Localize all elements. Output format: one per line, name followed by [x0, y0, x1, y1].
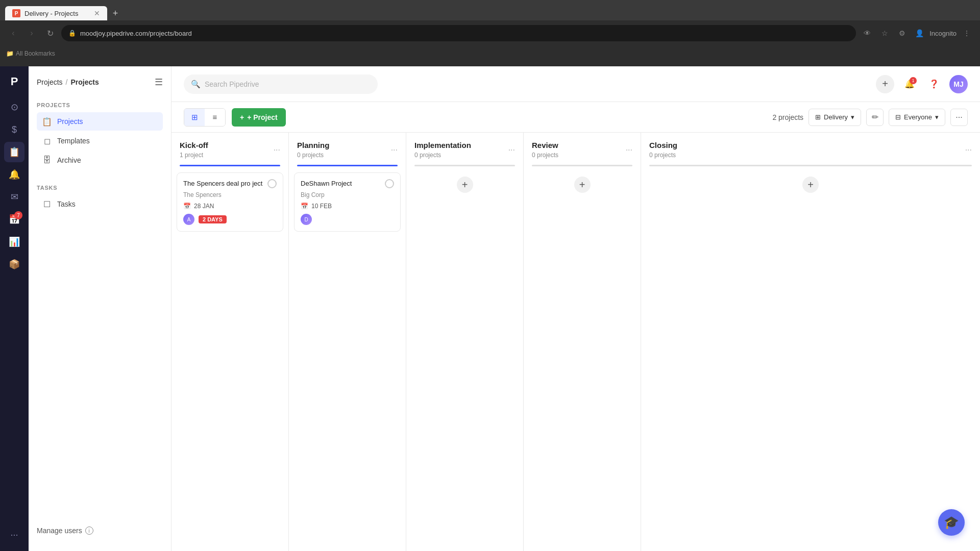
sidebar-icon-inbox[interactable]: ✉ — [4, 187, 24, 207]
kickoff-header: Kick-off 1 project ··· — [172, 133, 288, 165]
active-tab[interactable]: P Delivery - Projects ✕ — [5, 6, 107, 20]
search-box[interactable]: 🔍 Search Pipedrive — [184, 74, 378, 94]
more-options-button[interactable]: ··· — [950, 109, 968, 126]
left-panel: Projects / Projects ☰ PROJECTS 📋 Project… — [29, 66, 172, 551]
everyone-filter-chevron: ▾ — [935, 113, 939, 121]
review-title-area: Review 0 projects — [532, 141, 558, 159]
tab-close-button[interactable]: ✕ — [94, 9, 100, 17]
profile-button[interactable]: 👤 — [912, 26, 926, 40]
delivery-filter-chevron: ▾ — [851, 113, 854, 121]
bookmarks-text: All Bookmarks — [16, 50, 55, 57]
add-button[interactable]: + — [876, 75, 894, 93]
browser-toolbar: ‹ › ↻ 🔒 moodjoy.pipedrive.com/projects/b… — [0, 20, 980, 46]
nav-item-templates[interactable]: ◻ Templates — [37, 132, 163, 150]
planning-divider — [297, 165, 398, 166]
address-bar[interactable]: 🔒 moodjoy.pipedrive.com/projects/board — [61, 25, 856, 41]
sidebar-icon-reports[interactable]: 📊 — [4, 232, 24, 252]
bookmark-button[interactable]: ☆ — [877, 26, 892, 40]
home-icon: ⊙ — [11, 102, 18, 113]
card-meta-deshawn: 📅 10 FEB D — [301, 203, 394, 225]
app-logo[interactable]: P — [5, 72, 23, 91]
notification-badge: 1 — [910, 77, 917, 84]
nav-item-projects[interactable]: 📋 Projects — [37, 112, 163, 131]
kanban-board: Kick-off 1 project ··· The Spencers deal… — [172, 133, 980, 551]
implementation-menu-button[interactable]: ··· — [508, 145, 515, 155]
everyone-filter-button[interactable]: ⊟ Everyone ▾ — [889, 109, 945, 126]
board-view-button[interactable]: ⊞ — [184, 109, 205, 126]
projects-nav-icon: 📋 — [42, 116, 52, 127]
incognito-label: Incognito — [929, 30, 957, 37]
new-tab-button[interactable]: + — [108, 6, 122, 20]
column-kickoff: Kick-off 1 project ··· The Spencers deal… — [172, 133, 289, 551]
column-planning: Planning 0 projects ··· DeShawn Project … — [289, 133, 406, 551]
card-title-spencers: The Spencers deal pro ject — [183, 179, 277, 188]
planning-count: 0 projects — [297, 152, 329, 159]
add-project-icon: + — [240, 113, 244, 121]
sidebar-icon-calendar[interactable]: 📅 7 — [4, 209, 24, 230]
add-implementation-card-button[interactable]: + — [457, 177, 473, 193]
sidebar-icon-home[interactable]: ⊙ — [4, 97, 24, 117]
nav-archive-label: Archive — [57, 156, 81, 164]
column-closing: Closing 0 projects ··· + — [641, 133, 980, 551]
planning-menu-button[interactable]: ··· — [391, 145, 398, 155]
edit-button[interactable]: ✏ — [866, 109, 884, 126]
chat-icon: 🎓 — [944, 515, 959, 530]
archive-nav-icon: 🗄 — [42, 155, 52, 165]
implementation-divider — [414, 165, 515, 166]
chat-button[interactable]: 🎓 — [938, 509, 965, 536]
back-button[interactable]: ‹ — [6, 26, 20, 40]
delivery-filter-label: Delivery — [824, 113, 848, 121]
closing-header: Closing 0 projects ··· — [641, 133, 980, 165]
card-meta-spencers: 📅 28 JAN A 2 DAYS — [183, 203, 277, 225]
implementation-count: 0 projects — [414, 152, 471, 159]
card-deshawn[interactable]: DeShawn Project Big Corp 📅 10 FEB D — [294, 172, 401, 232]
pipedrive-logo: P — [11, 75, 18, 88]
forward-button[interactable]: › — [24, 26, 39, 40]
sidebar-icon-deals[interactable]: $ — [4, 119, 24, 140]
review-menu-button[interactable]: ··· — [626, 145, 632, 155]
tasks-nav-icon: ☐ — [42, 199, 52, 209]
reload-button[interactable]: ↻ — [43, 26, 57, 40]
card-spencers[interactable]: The Spencers deal pro ject The Spencers … — [177, 172, 283, 232]
app-container: P ⊙ $ 📋 🔔 ✉ 📅 7 📊 📦 ··· — [0, 66, 980, 551]
card-check-spencers[interactable] — [267, 179, 277, 188]
sidebar-icon-projects[interactable]: 📋 — [4, 142, 24, 162]
card-check-deshawn[interactable] — [385, 179, 394, 188]
add-closing-card-button[interactable]: + — [802, 177, 819, 193]
sidebar-icons: P ⊙ $ 📋 🔔 ✉ 📅 7 📊 📦 ··· — [0, 66, 29, 551]
help-button[interactable]: ❓ — [925, 75, 943, 93]
closing-menu-button[interactable]: ··· — [965, 145, 972, 155]
sidebar-more-button[interactable]: ··· — [4, 524, 24, 545]
user-avatar[interactable]: MJ — [949, 75, 968, 93]
add-review-card-button[interactable]: + — [574, 177, 591, 193]
card-date-deshawn: 📅 10 FEB — [301, 203, 394, 210]
top-actions: + 🔔 1 ❓ MJ — [876, 75, 968, 93]
menu-button[interactable]: ⋮ — [960, 26, 974, 40]
main-content: 🔍 Search Pipedrive + 🔔 1 ❓ MJ ⊞ — [172, 66, 980, 551]
bookmarks-bar: 📁 All Bookmarks — [0, 46, 980, 61]
nav-templates-label: Templates — [57, 137, 90, 145]
add-project-button[interactable]: + + Project — [232, 108, 286, 127]
activities-icon: 🔔 — [9, 169, 20, 180]
extensions-button[interactable]: ⚙ — [895, 26, 909, 40]
sidebar-icon-products[interactable]: 📦 — [4, 254, 24, 274]
reader-view-button[interactable]: 👁 — [860, 26, 874, 40]
manage-users-button[interactable]: Manage users i — [37, 520, 163, 541]
list-view-button[interactable]: ≡ — [205, 109, 225, 126]
nav-item-archive[interactable]: 🗄 Archive — [37, 151, 163, 169]
calendar-date-icon: 📅 — [183, 203, 191, 210]
sidebar-icon-activities[interactable]: 🔔 — [4, 164, 24, 185]
menu-toggle-button[interactable]: ☰ — [155, 77, 163, 88]
everyone-filter-label: Everyone — [904, 113, 932, 121]
kickoff-menu-button[interactable]: ··· — [274, 145, 280, 155]
delivery-filter-button[interactable]: ⊞ Delivery ▾ — [808, 109, 861, 126]
column-implementation: Implementation 0 projects ··· + — [406, 133, 524, 551]
tab-favicon: P — [12, 9, 20, 17]
closing-title: Closing — [649, 141, 677, 149]
planning-header: Planning 0 projects ··· — [289, 133, 406, 165]
nav-item-tasks[interactable]: ☐ Tasks — [37, 195, 163, 213]
notifications-button[interactable]: 🔔 1 — [900, 75, 919, 93]
projects-count: 2 projects — [772, 113, 803, 121]
breadcrumb-root[interactable]: Projects — [37, 78, 63, 86]
security-icon: 🔒 — [68, 30, 76, 37]
